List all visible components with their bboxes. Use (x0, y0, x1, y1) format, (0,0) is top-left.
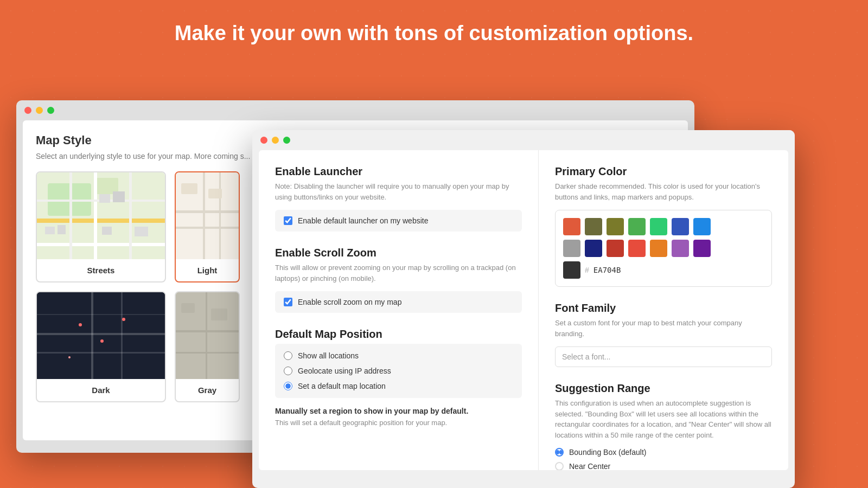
svg-point-29 (100, 339, 104, 343)
suggestion-range-section: Suggestion Range This configuration is u… (555, 382, 772, 470)
primary-color-section: Primary Color Darker shade recommended. … (555, 165, 772, 287)
hero-heading: Make it your own with tons of customizat… (0, 0, 868, 61)
right-panel: Primary Color Darker shade recommended. … (539, 150, 788, 470)
color-swatch-red[interactable] (628, 240, 646, 257)
radio-geolocate-ip: Geolocate using IP address (284, 367, 513, 375)
color-swatch-emerald[interactable] (650, 218, 667, 235)
svg-rect-10 (58, 225, 66, 234)
color-swatch-orange[interactable] (650, 240, 667, 257)
radio-near-center-label: Near Center (569, 462, 610, 470)
default-map-position-section: Default Map Position Show all locations … (275, 328, 522, 427)
svg-rect-20 (181, 183, 197, 194)
svg-rect-18 (203, 172, 205, 259)
map-card-dark[interactable]: Dark (36, 291, 166, 402)
suggestion-range-radio-group: Bounding Box (default) Near Center (555, 448, 772, 470)
svg-rect-5 (94, 172, 97, 259)
radio-show-all: Show all locations (284, 351, 513, 360)
svg-rect-22 (37, 292, 166, 379)
color-swatch-blue-dark[interactable] (672, 218, 689, 235)
color-input-row: # (563, 261, 764, 279)
enable-launcher-title: Enable Launcher (275, 165, 522, 178)
streets-map-svg (37, 172, 166, 259)
default-map-position-radio-group: Show all locations Geolocate using IP ad… (275, 344, 522, 398)
enable-scroll-zoom-section: Enable Scroll Zoom This will allow or pr… (275, 247, 522, 313)
svg-rect-24 (37, 352, 166, 354)
manually-set-region: Manually set a region to show in your ma… (275, 407, 522, 427)
color-swatch-blue[interactable] (693, 218, 711, 235)
radio-set-default-input[interactable] (284, 382, 292, 390)
minimize-button-back[interactable] (36, 107, 43, 114)
color-swatch-olive[interactable] (607, 218, 624, 235)
radio-geolocate-ip-input[interactable] (284, 367, 292, 375)
hash-symbol: # (585, 266, 589, 274)
svg-rect-33 (176, 330, 240, 332)
svg-rect-7 (129, 172, 132, 259)
color-swatch-purple[interactable] (672, 240, 689, 257)
radio-near-center-circle[interactable] (555, 462, 564, 470)
svg-rect-21 (208, 189, 222, 198)
selected-color-preview (563, 261, 580, 279)
maximize-button-back[interactable] (47, 107, 54, 114)
enable-launcher-checkbox-row: Enable default launcher on my website (275, 210, 522, 232)
front-browser-window: Enable Launcher Note: Disabling the laun… (252, 130, 795, 488)
scroll-zoom-checkbox[interactable] (284, 298, 292, 306)
radio-set-default: Set a default map location (284, 382, 513, 390)
font-family-title: Font Family (555, 302, 772, 314)
svg-point-28 (79, 323, 82, 326)
primary-color-title: Primary Color (555, 165, 772, 178)
enable-launcher-checkbox[interactable] (284, 216, 292, 225)
dark-card-label: Dark (37, 379, 165, 401)
radio-bounding-box-circle[interactable] (555, 448, 564, 457)
close-button-back[interactable] (24, 107, 31, 114)
gray-map-image (176, 292, 240, 379)
streets-card-label: Streets (37, 259, 165, 281)
streets-map-image (37, 172, 166, 259)
font-family-select[interactable]: Select a font... (555, 346, 772, 367)
suggestion-range-desc: This configuration is used when an autoc… (555, 398, 772, 440)
color-swatch-navy[interactable] (585, 240, 602, 257)
scroll-zoom-checkbox-row: Enable scroll zoom on my map (275, 291, 522, 313)
light-card-label: Light (176, 259, 239, 281)
svg-rect-37 (211, 309, 227, 320)
color-swatch-orange-red[interactable] (563, 218, 580, 235)
close-button-front[interactable] (260, 137, 267, 144)
svg-rect-36 (181, 303, 195, 313)
radio-show-all-input[interactable] (284, 351, 292, 360)
enable-launcher-desc: Note: Disabling the launcher will requir… (275, 181, 522, 202)
scroll-zoom-title: Enable Scroll Zoom (275, 247, 522, 259)
svg-rect-16 (176, 210, 240, 213)
svg-rect-14 (102, 227, 112, 235)
map-card-gray[interactable]: Gray (175, 291, 240, 402)
svg-rect-26 (121, 292, 123, 379)
gray-card-label: Gray (176, 379, 239, 401)
svg-point-30 (122, 318, 125, 321)
color-row-2 (563, 240, 764, 257)
radio-near-center: Near Center (555, 462, 772, 470)
hex-color-input[interactable] (593, 266, 691, 274)
color-swatch-purple-dark[interactable] (693, 240, 711, 257)
light-map-image (176, 172, 240, 259)
svg-rect-11 (99, 194, 110, 203)
radio-bounding-box-label: Bounding Box (default) (569, 448, 646, 457)
font-family-desc: Set a custom font for your map to best m… (555, 318, 772, 339)
gray-map-svg (176, 292, 240, 379)
enable-launcher-checkbox-label: Enable default launcher on my website (298, 216, 428, 225)
map-card-light[interactable]: Light (175, 171, 240, 282)
color-row-1 (563, 218, 764, 235)
svg-rect-19 (219, 172, 221, 259)
primary-color-desc: Darker shade recommended. This color is … (555, 181, 772, 202)
maximize-button-front[interactable] (283, 137, 290, 144)
svg-rect-9 (45, 227, 55, 234)
color-swatch-red-dark[interactable] (607, 240, 624, 257)
color-swatch-olive-dark[interactable] (585, 218, 602, 235)
color-swatch-gray[interactable] (563, 240, 580, 257)
front-window-content: Enable Launcher Note: Disabling the laun… (259, 150, 788, 470)
dark-map-image (37, 292, 166, 379)
svg-point-31 (68, 356, 71, 358)
minimize-button-front[interactable] (272, 137, 279, 144)
radio-bounding-box: Bounding Box (default) (555, 448, 772, 457)
back-window-traffic-lights (16, 100, 694, 120)
radio-geolocate-ip-label: Geolocate using IP address (298, 367, 391, 375)
map-card-streets[interactable]: Streets (36, 171, 166, 282)
color-swatch-green[interactable] (628, 218, 646, 235)
